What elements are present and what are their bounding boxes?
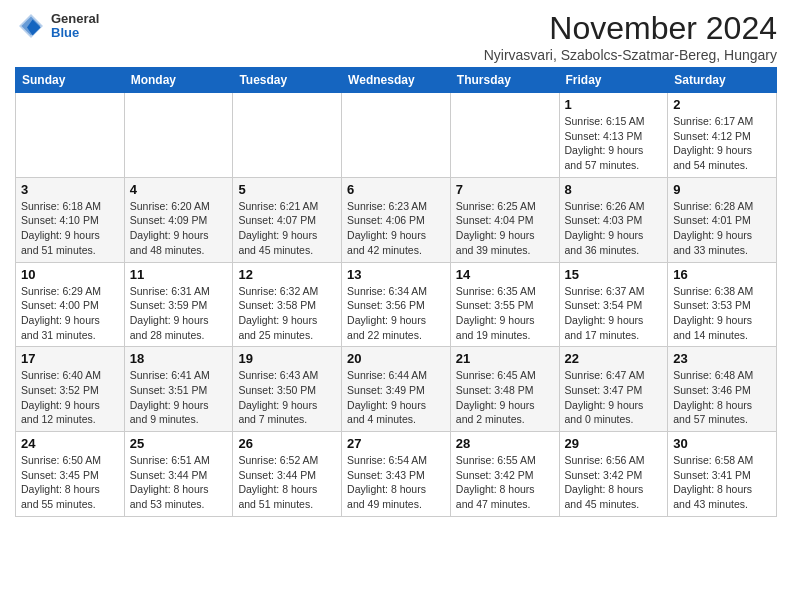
header-saturday: Saturday: [668, 68, 777, 93]
calendar-body: 1Sunrise: 6:15 AM Sunset: 4:13 PM Daylig…: [16, 93, 777, 517]
day-cell: 24Sunrise: 6:50 AM Sunset: 3:45 PM Dayli…: [16, 432, 125, 517]
day-number: 6: [347, 182, 445, 197]
day-info: Sunrise: 6:37 AM Sunset: 3:54 PM Dayligh…: [565, 284, 663, 343]
day-info: Sunrise: 6:54 AM Sunset: 3:43 PM Dayligh…: [347, 453, 445, 512]
day-cell: [233, 93, 342, 178]
day-cell: 6Sunrise: 6:23 AM Sunset: 4:06 PM Daylig…: [342, 177, 451, 262]
day-cell: 11Sunrise: 6:31 AM Sunset: 3:59 PM Dayli…: [124, 262, 233, 347]
day-info: Sunrise: 6:34 AM Sunset: 3:56 PM Dayligh…: [347, 284, 445, 343]
day-number: 12: [238, 267, 336, 282]
day-number: 24: [21, 436, 119, 451]
day-cell: 27Sunrise: 6:54 AM Sunset: 3:43 PM Dayli…: [342, 432, 451, 517]
day-cell: 13Sunrise: 6:34 AM Sunset: 3:56 PM Dayli…: [342, 262, 451, 347]
day-info: Sunrise: 6:44 AM Sunset: 3:49 PM Dayligh…: [347, 368, 445, 427]
day-info: Sunrise: 6:20 AM Sunset: 4:09 PM Dayligh…: [130, 199, 228, 258]
day-info: Sunrise: 6:23 AM Sunset: 4:06 PM Dayligh…: [347, 199, 445, 258]
day-cell: 4Sunrise: 6:20 AM Sunset: 4:09 PM Daylig…: [124, 177, 233, 262]
day-cell: 10Sunrise: 6:29 AM Sunset: 4:00 PM Dayli…: [16, 262, 125, 347]
day-cell: 14Sunrise: 6:35 AM Sunset: 3:55 PM Dayli…: [450, 262, 559, 347]
header-monday: Monday: [124, 68, 233, 93]
calendar-header: SundayMondayTuesdayWednesdayThursdayFrid…: [16, 68, 777, 93]
month-title: November 2024: [484, 10, 777, 47]
day-number: 9: [673, 182, 771, 197]
header-friday: Friday: [559, 68, 668, 93]
day-cell: 3Sunrise: 6:18 AM Sunset: 4:10 PM Daylig…: [16, 177, 125, 262]
day-info: Sunrise: 6:55 AM Sunset: 3:42 PM Dayligh…: [456, 453, 554, 512]
day-info: Sunrise: 6:32 AM Sunset: 3:58 PM Dayligh…: [238, 284, 336, 343]
day-number: 21: [456, 351, 554, 366]
day-info: Sunrise: 6:48 AM Sunset: 3:46 PM Dayligh…: [673, 368, 771, 427]
day-info: Sunrise: 6:41 AM Sunset: 3:51 PM Dayligh…: [130, 368, 228, 427]
day-number: 7: [456, 182, 554, 197]
day-info: Sunrise: 6:45 AM Sunset: 3:48 PM Dayligh…: [456, 368, 554, 427]
day-cell: 30Sunrise: 6:58 AM Sunset: 3:41 PM Dayli…: [668, 432, 777, 517]
header-sunday: Sunday: [16, 68, 125, 93]
day-number: 2: [673, 97, 771, 112]
day-cell: 28Sunrise: 6:55 AM Sunset: 3:42 PM Dayli…: [450, 432, 559, 517]
day-cell: 2Sunrise: 6:17 AM Sunset: 4:12 PM Daylig…: [668, 93, 777, 178]
day-number: 28: [456, 436, 554, 451]
day-info: Sunrise: 6:29 AM Sunset: 4:00 PM Dayligh…: [21, 284, 119, 343]
day-number: 1: [565, 97, 663, 112]
day-cell: 18Sunrise: 6:41 AM Sunset: 3:51 PM Dayli…: [124, 347, 233, 432]
day-number: 15: [565, 267, 663, 282]
day-cell: 16Sunrise: 6:38 AM Sunset: 3:53 PM Dayli…: [668, 262, 777, 347]
day-cell: 7Sunrise: 6:25 AM Sunset: 4:04 PM Daylig…: [450, 177, 559, 262]
day-cell: 17Sunrise: 6:40 AM Sunset: 3:52 PM Dayli…: [16, 347, 125, 432]
logo-blue: Blue: [51, 26, 99, 40]
day-info: Sunrise: 6:35 AM Sunset: 3:55 PM Dayligh…: [456, 284, 554, 343]
day-number: 20: [347, 351, 445, 366]
day-number: 5: [238, 182, 336, 197]
day-number: 30: [673, 436, 771, 451]
header-thursday: Thursday: [450, 68, 559, 93]
day-info: Sunrise: 6:51 AM Sunset: 3:44 PM Dayligh…: [130, 453, 228, 512]
day-number: 23: [673, 351, 771, 366]
logo-text: General Blue: [51, 12, 99, 41]
day-cell: [124, 93, 233, 178]
day-number: 13: [347, 267, 445, 282]
day-cell: 19Sunrise: 6:43 AM Sunset: 3:50 PM Dayli…: [233, 347, 342, 432]
day-info: Sunrise: 6:28 AM Sunset: 4:01 PM Dayligh…: [673, 199, 771, 258]
day-cell: 8Sunrise: 6:26 AM Sunset: 4:03 PM Daylig…: [559, 177, 668, 262]
page-header: General Blue November 2024 Nyirvasvari, …: [15, 10, 777, 63]
day-cell: 15Sunrise: 6:37 AM Sunset: 3:54 PM Dayli…: [559, 262, 668, 347]
day-number: 27: [347, 436, 445, 451]
day-cell: 23Sunrise: 6:48 AM Sunset: 3:46 PM Dayli…: [668, 347, 777, 432]
day-info: Sunrise: 6:15 AM Sunset: 4:13 PM Dayligh…: [565, 114, 663, 173]
day-info: Sunrise: 6:56 AM Sunset: 3:42 PM Dayligh…: [565, 453, 663, 512]
day-number: 25: [130, 436, 228, 451]
day-cell: [342, 93, 451, 178]
day-number: 11: [130, 267, 228, 282]
day-info: Sunrise: 6:25 AM Sunset: 4:04 PM Dayligh…: [456, 199, 554, 258]
logo-icon: [15, 10, 47, 42]
day-info: Sunrise: 6:18 AM Sunset: 4:10 PM Dayligh…: [21, 199, 119, 258]
header-tuesday: Tuesday: [233, 68, 342, 93]
week-row-1: 1Sunrise: 6:15 AM Sunset: 4:13 PM Daylig…: [16, 93, 777, 178]
day-number: 19: [238, 351, 336, 366]
day-info: Sunrise: 6:17 AM Sunset: 4:12 PM Dayligh…: [673, 114, 771, 173]
week-row-3: 10Sunrise: 6:29 AM Sunset: 4:00 PM Dayli…: [16, 262, 777, 347]
day-cell: 29Sunrise: 6:56 AM Sunset: 3:42 PM Dayli…: [559, 432, 668, 517]
day-info: Sunrise: 6:43 AM Sunset: 3:50 PM Dayligh…: [238, 368, 336, 427]
day-info: Sunrise: 6:31 AM Sunset: 3:59 PM Dayligh…: [130, 284, 228, 343]
day-cell: 5Sunrise: 6:21 AM Sunset: 4:07 PM Daylig…: [233, 177, 342, 262]
day-cell: 20Sunrise: 6:44 AM Sunset: 3:49 PM Dayli…: [342, 347, 451, 432]
day-info: Sunrise: 6:52 AM Sunset: 3:44 PM Dayligh…: [238, 453, 336, 512]
title-area: November 2024 Nyirvasvari, Szabolcs-Szat…: [484, 10, 777, 63]
day-cell: [16, 93, 125, 178]
day-cell: 9Sunrise: 6:28 AM Sunset: 4:01 PM Daylig…: [668, 177, 777, 262]
header-row: SundayMondayTuesdayWednesdayThursdayFrid…: [16, 68, 777, 93]
week-row-5: 24Sunrise: 6:50 AM Sunset: 3:45 PM Dayli…: [16, 432, 777, 517]
day-number: 22: [565, 351, 663, 366]
day-info: Sunrise: 6:38 AM Sunset: 3:53 PM Dayligh…: [673, 284, 771, 343]
day-number: 29: [565, 436, 663, 451]
day-number: 18: [130, 351, 228, 366]
day-info: Sunrise: 6:50 AM Sunset: 3:45 PM Dayligh…: [21, 453, 119, 512]
day-number: 8: [565, 182, 663, 197]
day-number: 26: [238, 436, 336, 451]
day-cell: 12Sunrise: 6:32 AM Sunset: 3:58 PM Dayli…: [233, 262, 342, 347]
day-number: 4: [130, 182, 228, 197]
day-number: 10: [21, 267, 119, 282]
location-subtitle: Nyirvasvari, Szabolcs-Szatmar-Bereg, Hun…: [484, 47, 777, 63]
logo: General Blue: [15, 10, 99, 42]
